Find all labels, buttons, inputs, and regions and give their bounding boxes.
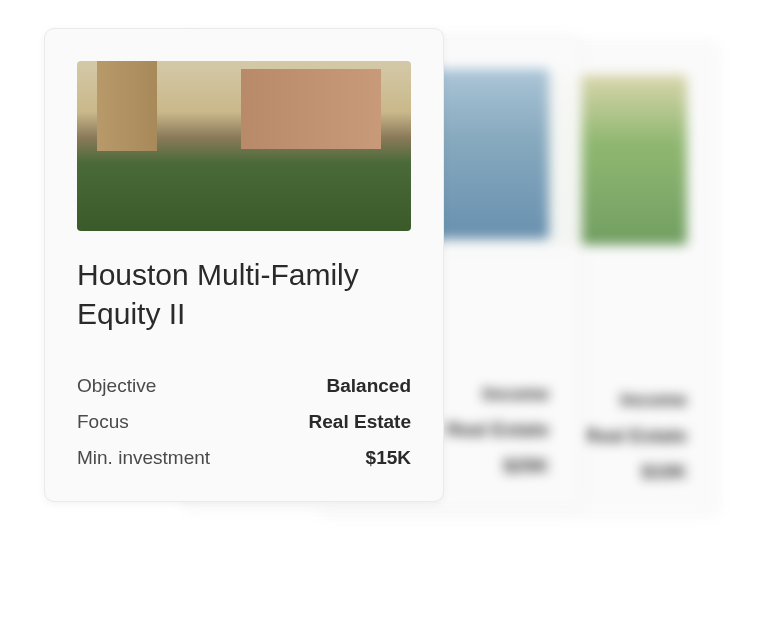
min-investment-label: Min. investment	[77, 447, 210, 469]
min-investment-value: $15K	[366, 447, 411, 469]
objective-value: Balanced	[327, 375, 411, 397]
objective-value: Income	[482, 383, 549, 405]
objective-label: Objective	[77, 375, 156, 397]
objective-value: Income	[620, 389, 687, 411]
card-details: Objective Balanced Focus Real Estate Min…	[77, 375, 411, 469]
min-investment-value: $25K	[504, 455, 549, 477]
focus-value: Real Estate	[447, 419, 549, 441]
detail-row-objective: Objective Balanced	[77, 375, 411, 397]
focus-value: Real Estate	[585, 425, 687, 447]
min-investment-value: $10K	[642, 461, 687, 483]
card-thumbnail	[77, 61, 411, 231]
investment-card-1[interactable]: Houston Multi-Family Equity II Objective…	[44, 28, 444, 502]
focus-label: Focus	[77, 411, 129, 433]
focus-value: Real Estate	[309, 411, 411, 433]
card-title: Houston Multi-Family Equity II	[77, 255, 411, 335]
detail-row-focus: Focus Real Estate	[77, 411, 411, 433]
detail-row-min-investment: Min. investment $15K	[77, 447, 411, 469]
